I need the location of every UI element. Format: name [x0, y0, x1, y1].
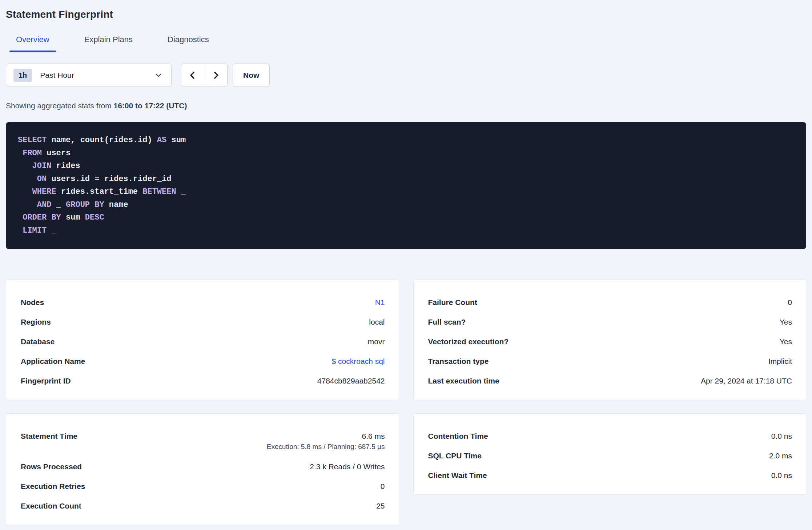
chevron-left-icon: [188, 71, 197, 80]
card-row: NodesN1: [21, 298, 385, 307]
row-value-link[interactable]: N1: [375, 298, 385, 307]
next-time-range-button[interactable]: [204, 64, 227, 87]
statement-timing-card: Statement Time6.6 msExecution: 5.8 ms / …: [6, 413, 399, 525]
execution-attributes-card: Failure Count0Full scan?YesVectorized ex…: [413, 280, 807, 400]
toolbar: 1h Past Hour: [6, 64, 806, 87]
caption-prefix: Showing aggregated stats from: [6, 101, 114, 110]
row-value: Yes: [780, 337, 792, 346]
sql-line: ORDER BY sum DESC: [18, 211, 794, 224]
wait-time-card: Contention Time0.0 nsSQL CPU Time2.0 msC…: [413, 413, 807, 495]
row-label: Failure Count: [428, 298, 477, 307]
card-row: Execution Retries0: [21, 482, 385, 491]
time-range-label: Past Hour: [40, 71, 154, 80]
row-label: Contention Time: [428, 432, 488, 441]
time-range-dropdown[interactable]: 1h Past Hour: [6, 64, 172, 87]
caption-time-range: 16:00 to 17:22 (UTC): [114, 101, 187, 110]
card-row: Full scan?Yes: [428, 318, 792, 326]
row-label: Client Wait Time: [428, 471, 487, 480]
row-label: Execution Count: [21, 502, 81, 510]
card-row: Last execution timeApr 29, 2024 at 17:18…: [428, 377, 792, 385]
card-row: Statement Time6.6 msExecution: 5.8 ms / …: [21, 432, 385, 451]
row-value: Implicit: [768, 357, 792, 366]
page-title: Statement Fingerprint: [6, 0, 806, 20]
tab-overview[interactable]: Overview: [9, 35, 56, 52]
row-value: 0: [788, 298, 792, 307]
tab-diagnostics[interactable]: Diagnostics: [161, 35, 216, 52]
row-value: Apr 29, 2024 at 17:18 UTC: [701, 377, 792, 385]
row-label: Full scan?: [428, 318, 466, 326]
sql-line: AND _ GROUP BY name: [18, 198, 794, 212]
row-label: Fingerprint ID: [21, 377, 71, 385]
card-row: Transaction typeImplicit: [428, 357, 792, 366]
card-row: Databasemovr: [21, 337, 385, 346]
row-label: Vectorized execution?: [428, 337, 509, 346]
row-value: 2.0 ms: [769, 451, 792, 460]
sql-line: LIMIT _: [18, 224, 794, 237]
chevron-down-icon: [154, 71, 162, 79]
sql-line: FROM users: [18, 147, 794, 160]
card-row: Regionslocal: [21, 318, 385, 326]
row-label: Regions: [21, 318, 51, 326]
chevron-right-icon: [212, 71, 220, 80]
card-row: Rows Processed2.3 k Reads / 0 Writes: [21, 462, 385, 471]
card-row: Vectorized execution?Yes: [428, 337, 792, 346]
card-row: Failure Count0: [428, 298, 792, 307]
statement-fingerprint-page: Statement Fingerprint OverviewExplain Pl…: [0, 0, 812, 530]
card-row: SQL CPU Time2.0 ms: [428, 451, 792, 460]
row-value: Yes: [780, 318, 792, 326]
row-value: 0: [381, 482, 385, 491]
sql-line: WHERE rides.start_time BETWEEN _: [18, 185, 794, 198]
row-value: 0.0 ns: [771, 432, 792, 441]
row-value: 25: [376, 502, 385, 510]
row-value: movr: [368, 337, 385, 346]
row-subvalue: Execution: 5.8 ms / Planning: 687.5 µs: [267, 442, 385, 451]
card-row: Execution Count25: [21, 502, 385, 510]
row-value: 4784cb829aab2542: [317, 377, 385, 385]
row-label: Statement Time: [21, 432, 77, 441]
row-value: 6.6 ms: [267, 432, 385, 441]
card-row: Contention Time0.0 ns: [428, 432, 792, 441]
row-value: 0.0 ns: [771, 471, 792, 480]
card-row: Client Wait Time0.0 ns: [428, 471, 792, 480]
aggregated-stats-caption: Showing aggregated stats from 16:00 to 1…: [6, 101, 806, 110]
sql-line: ON users.id = rides.rider_id: [18, 173, 794, 186]
row-value: local: [369, 318, 385, 326]
row-label: Transaction type: [428, 357, 489, 366]
card-row: Application Name$ cockroach sql: [21, 357, 385, 366]
card-row: Fingerprint ID4784cb829aab2542: [21, 377, 385, 385]
row-value-link[interactable]: $ cockroach sql: [332, 357, 385, 366]
row-label: Nodes: [21, 298, 44, 307]
tab-bar: OverviewExplain PlansDiagnostics: [6, 35, 806, 52]
row-label: Application Name: [21, 357, 85, 366]
tab-explain-plans[interactable]: Explain Plans: [78, 35, 139, 52]
row-label: Database: [21, 337, 55, 346]
statement-details-card: NodesN1RegionslocalDatabasemovrApplicati…: [6, 280, 399, 400]
time-range-arrows: [181, 64, 228, 87]
sql-line: JOIN rides: [18, 160, 794, 173]
previous-time-range-button[interactable]: [181, 64, 204, 87]
sql-statement: SELECT name, count(rides.id) AS sum FROM…: [6, 122, 806, 249]
row-label: SQL CPU Time: [428, 451, 482, 460]
now-button[interactable]: Now: [233, 64, 270, 87]
sql-line: SELECT name, count(rides.id) AS sum: [18, 134, 794, 147]
row-label: Execution Retries: [21, 482, 85, 491]
row-label: Rows Processed: [21, 462, 82, 471]
row-label: Last execution time: [428, 377, 499, 385]
time-interval-badge: 1h: [13, 69, 32, 82]
row-value: 2.3 k Reads / 0 Writes: [310, 462, 385, 471]
